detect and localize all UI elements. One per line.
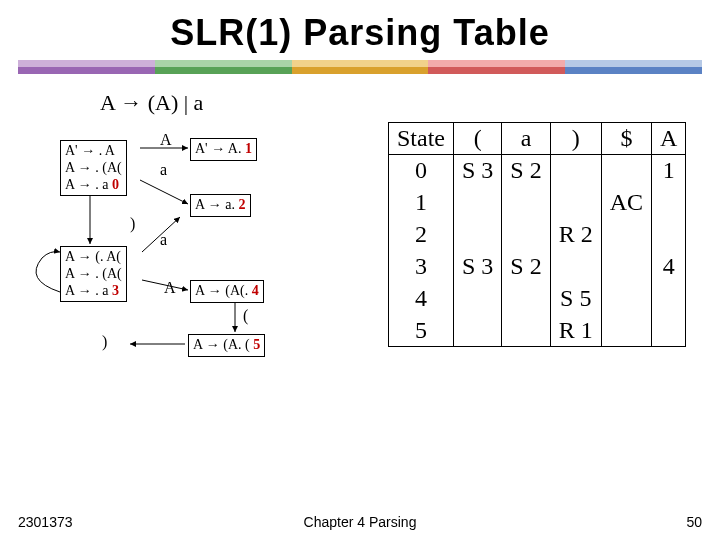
table-cell: 4 xyxy=(389,283,454,315)
table-row: 1AC xyxy=(389,187,686,219)
table-row: 4S 5 xyxy=(389,283,686,315)
state-number: 1 xyxy=(245,141,252,156)
state-number: 5 xyxy=(253,337,260,352)
svg-line-1 xyxy=(140,180,188,204)
edge-label: ( xyxy=(243,306,248,325)
item: A → . a xyxy=(65,283,109,298)
table-cell: R 2 xyxy=(550,219,601,251)
item: A → . (A( xyxy=(65,266,122,281)
item: A → a. xyxy=(195,197,235,212)
table-cell: S 2 xyxy=(502,251,550,283)
table-header-cell: a xyxy=(502,123,550,155)
item: A → (A. ( xyxy=(193,337,250,352)
table-cell: S 3 xyxy=(454,155,502,187)
table-cell: S 5 xyxy=(550,283,601,315)
table-cell: 3 xyxy=(389,251,454,283)
table-cell: 5 xyxy=(389,315,454,347)
table-cell xyxy=(550,155,601,187)
table-cell xyxy=(601,219,651,251)
table-header-cell: State xyxy=(389,123,454,155)
table-cell xyxy=(550,251,601,283)
state-1-box: A' → A. 1 xyxy=(190,138,257,161)
table-cell xyxy=(454,315,502,347)
item: A' → A. xyxy=(195,141,241,156)
state-5-box: A → (A. ( 5 xyxy=(188,334,265,357)
page-title: SLR(1) Parsing Table xyxy=(0,12,720,54)
color-bar xyxy=(18,60,702,74)
course-number: 2301373 xyxy=(18,514,73,530)
table-cell xyxy=(550,187,601,219)
item: A → . (A( xyxy=(65,160,122,175)
page-number: 50 xyxy=(686,514,702,530)
table-cell xyxy=(652,187,686,219)
color-segment xyxy=(428,60,565,74)
table-cell xyxy=(652,219,686,251)
table-cell xyxy=(502,315,550,347)
item: A → . a xyxy=(65,177,109,192)
table-cell xyxy=(502,219,550,251)
table-header-cell: ) xyxy=(550,123,601,155)
state-number: 3 xyxy=(112,283,119,298)
state-number: 2 xyxy=(239,197,246,212)
table-row: 0S 3S 21 xyxy=(389,155,686,187)
table-cell: S 3 xyxy=(454,251,502,283)
parsing-table: State(a)$A0S 3S 211AC2R 23S 3S 244S 55R … xyxy=(388,122,686,347)
table-cell xyxy=(652,315,686,347)
automaton-diagram: A' → . A A → . (A( A → . a 0 A a A' → A.… xyxy=(30,122,370,402)
table-header-cell: A xyxy=(652,123,686,155)
state-2-box: A → a. 2 xyxy=(190,194,251,217)
state-number: 4 xyxy=(252,283,259,298)
table-cell: 2 xyxy=(389,219,454,251)
state-0-box: A' → . A A → . (A( A → . a 0 xyxy=(60,140,127,196)
table-cell: AC xyxy=(601,187,651,219)
state-3-box: A → (. A( A → . (A( A → . a 3 xyxy=(60,246,127,302)
table-cell: 4 xyxy=(652,251,686,283)
edge-label: ) xyxy=(130,214,135,233)
table-cell xyxy=(502,187,550,219)
chapter-label: Chapter 4 Parsing xyxy=(304,514,417,530)
table-cell xyxy=(601,315,651,347)
table-cell: 0 xyxy=(389,155,454,187)
table-cell xyxy=(454,219,502,251)
table-cell xyxy=(601,251,651,283)
table-cell xyxy=(454,187,502,219)
table-cell xyxy=(652,283,686,315)
table-row: 3S 3S 24 xyxy=(389,251,686,283)
edge-label: A xyxy=(164,278,176,297)
table-header-cell: ( xyxy=(454,123,502,155)
grammar-text: A → (A) | a xyxy=(100,90,720,116)
table-cell xyxy=(601,155,651,187)
footer: 2301373 Chapter 4 Parsing 50 xyxy=(0,514,720,530)
table-header-cell: $ xyxy=(601,123,651,155)
edge-label: a xyxy=(160,160,167,179)
table-cell xyxy=(601,283,651,315)
color-segment xyxy=(155,60,292,74)
table-cell xyxy=(454,283,502,315)
item: A' → . A xyxy=(65,143,115,158)
table-cell: 1 xyxy=(389,187,454,219)
table-row: 5R 1 xyxy=(389,315,686,347)
table-cell: S 2 xyxy=(502,155,550,187)
table-cell xyxy=(502,283,550,315)
color-segment xyxy=(565,60,702,74)
table-cell: R 1 xyxy=(550,315,601,347)
edge-label: a xyxy=(160,230,167,249)
color-segment xyxy=(292,60,429,74)
item: A → (A(. xyxy=(195,283,248,298)
table-row: 2R 2 xyxy=(389,219,686,251)
edge-label: ) xyxy=(102,332,107,351)
color-segment xyxy=(18,60,155,74)
item: A → (. A( xyxy=(65,249,121,264)
state-number: 0 xyxy=(112,177,119,192)
edge-label: A xyxy=(160,130,172,149)
state-4-box: A → (A(. 4 xyxy=(190,280,264,303)
table-cell: 1 xyxy=(652,155,686,187)
